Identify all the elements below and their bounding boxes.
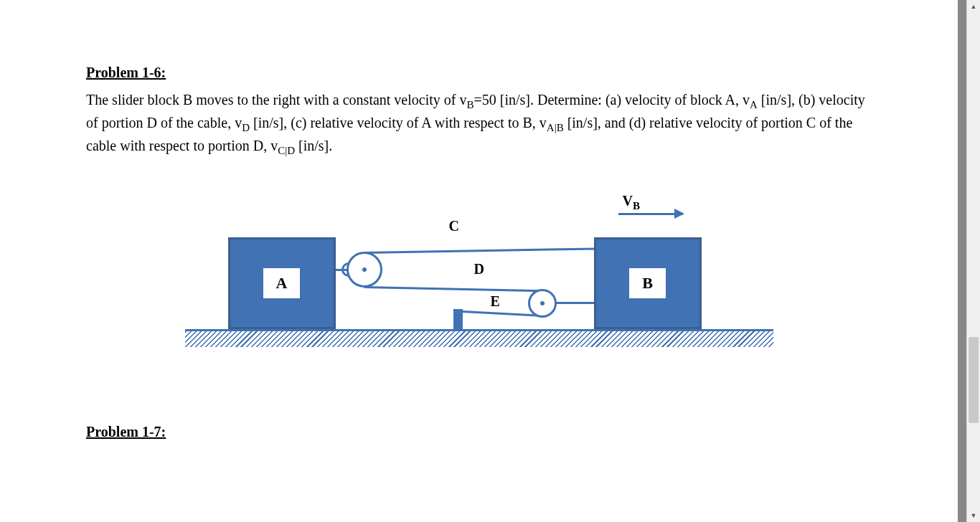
velocity-label-main: V [623, 193, 633, 209]
problem-1-6-text: The slider block B moves to the right wi… [86, 90, 872, 158]
subscript-ab: A|B [547, 122, 564, 133]
cable-segment-d [364, 286, 542, 292]
block-a: A [228, 237, 336, 329]
vertical-scrollbar[interactable]: ▲ ▼ [966, 0, 980, 522]
subscript-d: D [242, 122, 250, 133]
heading-text: Problem 1-7: [86, 424, 166, 440]
ground-hatching [185, 331, 773, 347]
subscript-cd: C|D [278, 145, 295, 156]
cable-label-e: E [491, 293, 500, 310]
cable-label-d: D [474, 261, 484, 277]
text-segment: [in/s], (c) relative velocity of A with … [250, 115, 547, 130]
scrollbar-thumb[interactable] [969, 337, 979, 423]
block-a-label: A [263, 268, 301, 298]
diagram-figure: VB C D E A B [185, 173, 773, 381]
scroll-up-arrow-icon[interactable]: ▲ [967, 0, 980, 13]
pulley-b-rod [551, 302, 597, 304]
page-edge-shadow [958, 0, 966, 522]
velocity-label: VB [623, 193, 640, 212]
block-b: B [594, 237, 702, 329]
velocity-label-sub: B [633, 200, 640, 212]
scroll-down-arrow-icon[interactable]: ▼ [967, 509, 980, 522]
text-segment: The slider block B moves to the right wi… [86, 92, 466, 108]
heading-text: Problem 1-6: [86, 65, 166, 80]
pulley-a-icon [347, 252, 382, 288]
subscript-a: A [750, 99, 758, 110]
velocity-arrow-icon [618, 213, 683, 215]
problem-1-7-heading: Problem 1-7: [86, 424, 872, 440]
block-b-label: B [629, 268, 666, 298]
cable-segment-c [364, 247, 595, 254]
pulley-b-icon [528, 289, 557, 318]
page-content: Problem 1-6: The slider block B moves to… [0, 0, 958, 522]
subscript-b: B [466, 99, 473, 110]
problem-1-6-heading: Problem 1-6: [86, 65, 872, 81]
cable-label-c: C [449, 218, 459, 234]
document-viewport: Problem 1-6: The slider block B moves to… [0, 0, 980, 522]
text-segment: [in/s]. [295, 138, 332, 153]
text-segment: =50 [in/s]. Determine: (a) velocity of b… [473, 92, 750, 108]
anchor-post [453, 309, 463, 329]
